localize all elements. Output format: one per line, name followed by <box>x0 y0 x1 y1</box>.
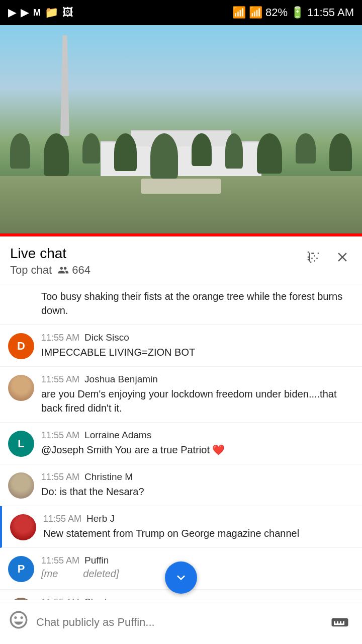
message-content: 11:55 AM Puffin [me deleted] <box>41 555 354 580</box>
chevron-down-icon <box>173 570 189 586</box>
message-author: Herb J <box>86 513 115 524</box>
signal-icon: 📶 <box>249 6 262 19</box>
partial-message: Too busy shaking their fists at the oran… <box>0 282 362 325</box>
message-meta: 11:55 AM Lorraine Adams <box>41 430 354 441</box>
message-author: Joshua Benjamin <box>84 374 158 385</box>
live-chat-header: Live chat Top chat 664 <box>0 236 362 282</box>
header-left: Live chat Top chat 664 <box>10 246 90 277</box>
scroll-to-bottom-button[interactable] <box>165 561 197 594</box>
avatar: D <box>8 333 34 359</box>
avatar: P <box>8 556 34 582</box>
status-bar: ▶ ▶ M 📁 🖼 📶 📶 82% 🔋 11:55 AM <box>0 0 362 25</box>
message-content: 11:55 AM Dick Sisco IMPECCABLE LIVING=ZI… <box>41 332 354 359</box>
avatar-face <box>10 514 36 540</box>
table-row: 11:55 AM Christine M Do: is that the Nes… <box>0 464 362 506</box>
message-author: Dick Sisco <box>84 332 129 343</box>
table-row: L 11:55 AM Lorraine Adams @Joseph Smith … <box>0 423 362 464</box>
message-meta: 11:55 AM Puffin <box>41 555 354 566</box>
message-time: 11:55 AM <box>41 472 79 482</box>
youtube-icon: ▶ <box>8 6 17 19</box>
message-text: New statement from Trump on George magaz… <box>43 526 354 540</box>
viewer-count: 664 <box>58 264 90 277</box>
battery-percent: 82% <box>265 6 288 19</box>
avatar-face <box>8 375 34 401</box>
chat-input-bar <box>0 600 362 644</box>
message-author: Puffin <box>84 555 109 566</box>
video-progress-bar[interactable] <box>0 233 362 236</box>
filter-icon <box>306 250 321 265</box>
message-author: Lorraine Adams <box>84 430 151 441</box>
message-meta: 11:55 AM Herb J <box>43 513 354 524</box>
avatar <box>8 472 34 499</box>
chat-input-field[interactable] <box>36 616 319 629</box>
table-row: 11:55 AM Herb J New statement from Trump… <box>0 506 362 548</box>
filter-button[interactable] <box>304 248 323 270</box>
viewer-number: 664 <box>72 264 90 277</box>
folder-icon: 📁 <box>45 6 58 19</box>
avatar <box>10 514 36 540</box>
message-text: @Joseph Smith You are a true Patriot ❤️ <box>41 443 354 457</box>
message-text: are you Dem's enjoying your lockdown fre… <box>41 387 354 415</box>
clock: 11:55 AM <box>307 6 354 19</box>
top-chat-label: Top chat <box>10 264 52 277</box>
message-meta: 11:55 AM Christine M <box>41 471 354 482</box>
avatar <box>8 375 34 401</box>
emoji-button[interactable] <box>8 609 29 635</box>
close-button[interactable] <box>333 248 352 270</box>
message-meta: 11:55 AM Dick Sisco <box>41 332 354 343</box>
emoji-icon <box>8 609 29 630</box>
message-text: Do: is that the Nesara? <box>41 485 354 499</box>
status-icons: ▶ ▶ M 📁 🖼 <box>8 6 73 19</box>
send-icon <box>331 613 349 631</box>
table-row: 11:55 AM Joshua Benjamin are you Dem's e… <box>0 367 362 423</box>
battery-icon: 🔋 <box>291 6 304 19</box>
message-content: 11:55 AM Lorraine Adams @Joseph Smith Yo… <box>41 430 354 457</box>
video-player[interactable] <box>0 25 362 236</box>
message-time: 11:55 AM <box>41 430 79 441</box>
table-row: D 11:55 AM Dick Sisco IMPECCABLE LIVING=… <box>0 325 362 367</box>
wifi-icon: 📶 <box>232 6 246 19</box>
message-content: 11:55 AM Joshua Benjamin are you Dem's e… <box>41 374 354 415</box>
viewers-icon <box>58 265 69 276</box>
message-content: 11:55 AM Christine M Do: is that the Nes… <box>41 471 354 499</box>
live-chat-title: Live chat <box>10 246 90 262</box>
message-time: 11:55 AM <box>43 514 81 524</box>
app-icon-m: M <box>33 8 41 18</box>
monument <box>60 35 69 136</box>
avatar: L <box>8 431 34 457</box>
message-meta: 11:55 AM Joshua Benjamin <box>41 374 354 385</box>
trees <box>0 133 362 179</box>
avatar-face <box>8 472 34 499</box>
message-time: 11:55 AM <box>41 374 79 385</box>
message-text: IMPECCABLE LIVING=ZION BOT <box>41 345 354 359</box>
plaza <box>141 179 221 194</box>
message-content: 11:55 AM Herb J New statement from Trump… <box>43 513 354 540</box>
top-chat-row: Top chat 664 <box>10 264 90 277</box>
send-button[interactable] <box>326 608 354 636</box>
image-icon: 🖼 <box>62 6 73 19</box>
close-icon <box>335 250 350 265</box>
play-icon: ▶ <box>21 6 29 19</box>
partial-message-text: Too busy shaking their fists at the oran… <box>41 289 354 317</box>
message-time: 11:55 AM <box>41 555 79 566</box>
message-time: 11:55 AM <box>41 333 79 343</box>
status-indicators: 📶 📶 82% 🔋 11:55 AM <box>232 6 354 19</box>
deleted-message-text: [me deleted] <box>41 568 354 580</box>
header-actions <box>304 246 352 270</box>
message-author: Christine M <box>84 471 133 482</box>
